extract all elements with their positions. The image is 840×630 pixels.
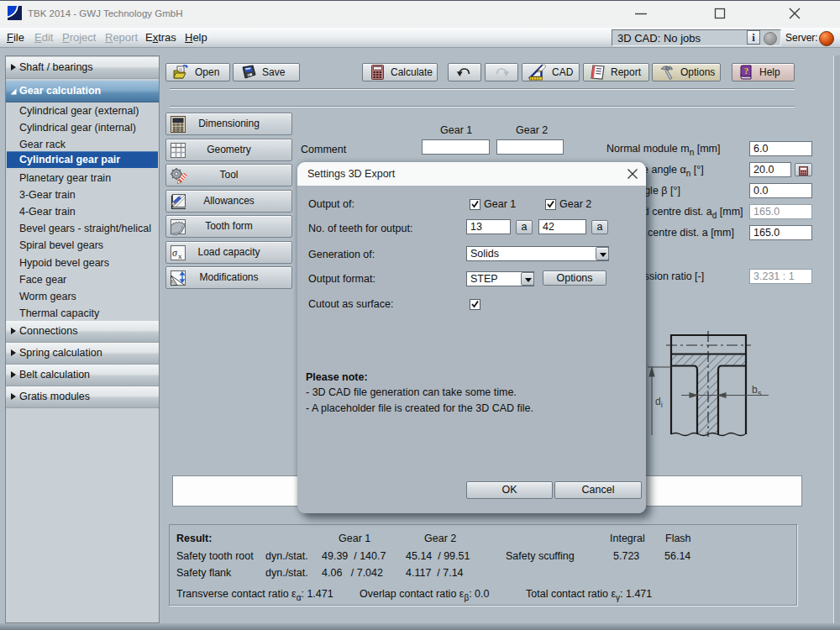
svg-text:?: ? bbox=[744, 66, 748, 76]
svg-text:di: di bbox=[655, 396, 663, 409]
svg-text:bs: bs bbox=[752, 384, 762, 397]
